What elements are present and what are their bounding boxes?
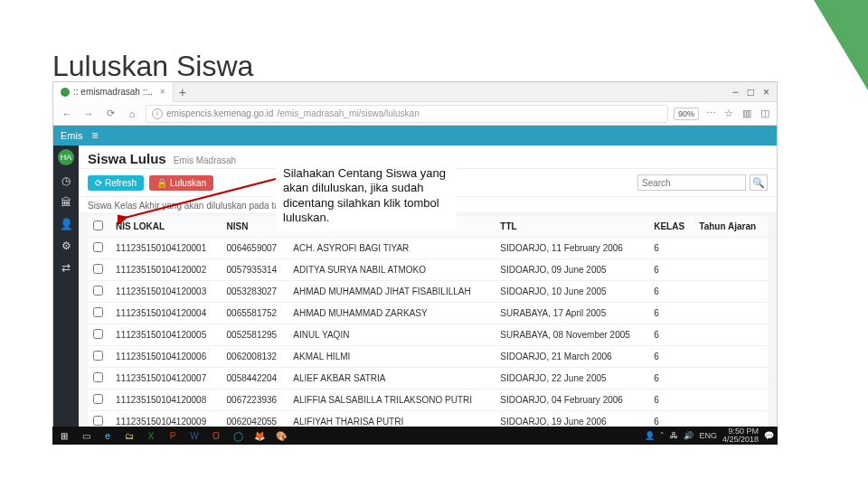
cell-nis: 111235150104120002 (110, 259, 221, 281)
table-row: 1112351501041200030053283027AHMAD MUHAMM… (88, 281, 768, 303)
cell-nis: 111235150104120008 (110, 389, 221, 411)
window-maximize-button[interactable]: □ (748, 86, 754, 99)
cell-tahun (693, 238, 768, 259)
cell-nis: 111235150104120003 (110, 281, 221, 303)
firefox-icon[interactable]: 🦊 (251, 429, 268, 442)
window-minimize-button[interactable]: − (732, 86, 739, 99)
cell-nama: AHMAD MUHAMMAD JIHAT FISABILILLAH (288, 281, 495, 303)
search-box: 🔍 (637, 174, 768, 191)
cell-tahun (693, 368, 768, 389)
browser-tab[interactable]: :: emismadrasah ::.. × (53, 82, 174, 102)
row-checkbox[interactable] (93, 351, 103, 361)
cell-nisn: 0052581295 (222, 324, 288, 346)
select-all-checkbox[interactable] (93, 221, 103, 230)
close-tab-icon[interactable]: × (160, 87, 165, 97)
site-info-icon[interactable]: i (152, 108, 163, 119)
tray-people-icon[interactable]: 👤 (645, 431, 655, 440)
row-checkbox[interactable] (93, 372, 103, 382)
tray-lang[interactable]: ENG (699, 431, 717, 440)
col-tahun: Tahun Ajaran (693, 216, 768, 238)
browser-address-bar: ← → ⟳ ⌂ i emispencis.kemenag.go.id/emis_… (53, 102, 777, 126)
hamburger-icon[interactable]: ≡ (91, 129, 98, 142)
row-checkbox[interactable] (93, 286, 103, 296)
col-ttl: TTL (495, 216, 648, 238)
callout-arrow (118, 174, 280, 224)
col-kelas: KELAS (648, 216, 693, 238)
nav-home-button[interactable]: ⌂ (124, 108, 140, 119)
cell-ttl: SURABAYA, 08 November 2005 (495, 324, 648, 346)
table-row: 1112351501041200040065581752AHMAD MUHAMM… (88, 303, 768, 324)
taskview-icon[interactable]: ▭ (78, 429, 94, 442)
system-tray: 👤 ˄ 🖧 🔊 ENG 9:50 PM 4/25/2018 💬 (645, 427, 774, 444)
table-row: 1112351501041200020057935314ADITYA SURYA… (88, 259, 768, 281)
sidebar-toggle-icon[interactable]: ◫ (759, 108, 771, 119)
sidebar-user-icon[interactable]: 👤 (60, 218, 73, 230)
cell-nis: 111235150104120001 (110, 238, 221, 259)
cell-ttl: SIDOARJO, 22 June 2005 (495, 368, 648, 389)
sidebar-institution-icon[interactable]: 🏛 (61, 196, 71, 209)
cell-nis: 111235150104120007 (110, 368, 221, 389)
cell-nama: ADITYA SURYA NABIL ATMOKO (288, 259, 495, 281)
start-button[interactable]: ⊞ (56, 429, 72, 442)
powerpoint-icon[interactable]: P (165, 429, 181, 442)
nav-back-button[interactable]: ← (59, 108, 75, 119)
table-row: 1112351501041200070058442204ALIEF AKBAR … (88, 368, 768, 389)
cell-nama: AHMAD MUHAMMAD ZARKASY (288, 303, 495, 324)
cell-tahun (693, 324, 768, 346)
star-icon[interactable]: ☆ (722, 108, 735, 119)
new-tab-button[interactable]: + (179, 85, 186, 99)
cell-nama: AINUL YAQIN (288, 324, 495, 346)
svg-line-0 (125, 179, 276, 218)
row-checkbox[interactable] (93, 329, 103, 339)
app-brand: Emis (61, 130, 82, 141)
row-checkbox[interactable] (93, 394, 103, 404)
tray-network-icon[interactable]: 🖧 (670, 431, 678, 440)
more-icon[interactable]: ⋯ (704, 108, 717, 119)
cell-nisn: 0067223936 (222, 389, 288, 411)
cell-nisn: 0065581752 (222, 303, 288, 324)
sidebar-avatar[interactable]: HA (58, 149, 74, 165)
url-field[interactable]: i emispencis.kemenag.go.id/emis_madrasah… (146, 105, 668, 123)
windows-taskbar: ⊞ ▭ e 🗂 X P W O ◯ 🦊 🎨 👤 ˄ 🖧 🔊 ENG 9:50 P… (52, 427, 778, 445)
nav-reload-button[interactable]: ⟳ (102, 108, 118, 119)
zoom-indicator[interactable]: 90% (674, 108, 699, 120)
opera-icon[interactable]: O (208, 429, 224, 442)
tray-notifications-icon[interactable]: 💬 (764, 431, 774, 440)
cell-nama: ACH. ASYROFI BAGI TIYAR (288, 238, 495, 259)
url-host: emispencis.kemenag.go.id (166, 108, 273, 118)
excel-icon[interactable]: X (143, 429, 159, 442)
row-checkbox[interactable] (93, 264, 103, 274)
table-row: 1112351501041200050052581295AINUL YAQINS… (88, 324, 768, 346)
sidebar-transfer-icon[interactable]: ⇄ (61, 261, 71, 274)
cell-nis: 111235150104120004 (110, 303, 221, 324)
row-checkbox[interactable] (93, 242, 103, 252)
tray-chevron-icon[interactable]: ˄ (660, 431, 665, 440)
app-topbar: Emis ≡ (53, 126, 777, 145)
app-icon[interactable]: 🎨 (273, 429, 289, 442)
library-icon[interactable]: ▥ (741, 108, 753, 119)
url-path: /emis_madrasah_mi/siswa/luluskan (277, 108, 419, 118)
search-input[interactable] (637, 174, 746, 191)
row-checkbox[interactable] (93, 416, 103, 426)
cell-ttl: SIDOARJO, 04 February 2006 (495, 389, 648, 411)
students-table: NIS LOKAL NISN NAMA LENGKAP TTL KELAS Ta… (88, 216, 768, 433)
cell-nisn: 0064659007 (222, 238, 288, 259)
tray-date: 4/25/2018 (722, 435, 759, 444)
cell-nisn: 0053283027 (222, 281, 288, 303)
sidebar-dashboard-icon[interactable]: ◷ (61, 174, 71, 187)
word-icon[interactable]: W (186, 429, 203, 442)
edge-icon[interactable]: e (99, 429, 116, 442)
tray-volume-icon[interactable]: 🔊 (684, 431, 693, 440)
sidebar-settings-icon[interactable]: ⚙ (61, 239, 71, 252)
cell-nis: 111235150104120005 (110, 324, 221, 346)
window-close-button[interactable]: × (763, 86, 769, 99)
cell-nis: 111235150104120006 (110, 346, 221, 368)
chrome-icon[interactable]: ◯ (230, 429, 246, 442)
explorer-icon[interactable]: 🗂 (121, 429, 137, 442)
nav-forward-button[interactable]: → (80, 108, 97, 119)
cell-tahun (693, 281, 768, 303)
cell-kelas: 6 (648, 238, 693, 259)
row-checkbox[interactable] (93, 307, 103, 317)
page-subtitle: Emis Madrasah (174, 155, 236, 165)
search-button[interactable]: 🔍 (750, 174, 768, 191)
